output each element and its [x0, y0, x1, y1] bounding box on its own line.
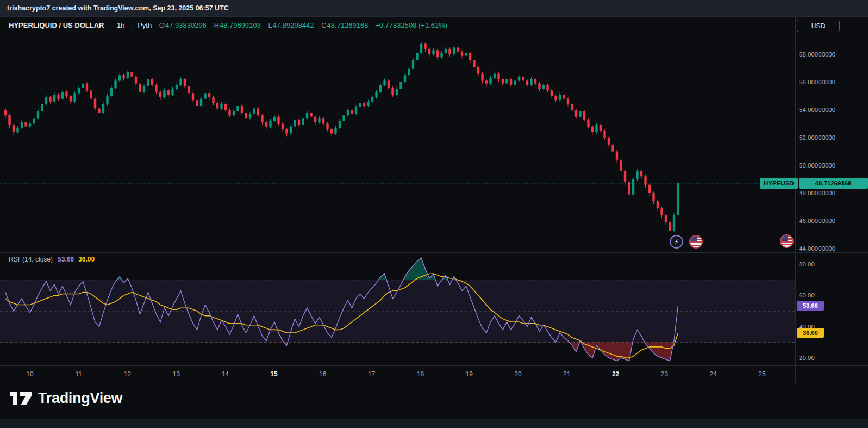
lightning-event-icon[interactable]: ⚡ — [670, 235, 683, 249]
tradingview-logo-mark-icon — [9, 388, 33, 408]
high-value: 48.79699103 — [220, 21, 261, 29]
attribution-text: trishacrypto7 created with TradingView.c… — [7, 4, 229, 12]
footer-strip — [0, 419, 868, 428]
time-label: 11 — [68, 370, 90, 378]
last-price-symbol: HYPEUSD — [760, 178, 798, 189]
symbol-title[interactable]: HYPERLIQUID / US DOLLAR — [9, 21, 104, 29]
rsi-title[interactable]: RSI — [9, 256, 20, 263]
topbar-divider — [0, 16, 868, 17]
price-scale-label: 52.00000000 — [799, 133, 835, 142]
time-label: 23 — [653, 370, 675, 378]
us-flag-event-icon[interactable] — [780, 234, 794, 248]
tradingview-logo-text: TradingView — [38, 390, 122, 407]
time-label: 21 — [556, 370, 578, 378]
tradingview-logo[interactable]: TradingView — [9, 388, 122, 408]
time-label: 25 — [751, 370, 773, 378]
time-label: 22 — [605, 370, 627, 378]
pane-divider[interactable] — [0, 252, 868, 253]
currency-toggle-button[interactable]: USD — [797, 20, 840, 32]
rsi-indicator-pane[interactable] — [0, 253, 795, 365]
time-axis-divider — [0, 365, 868, 366]
data-provider-label: Pyth — [138, 21, 152, 29]
rsi-scale-label: 80.00 — [799, 260, 815, 269]
attribution-bar: trishacrypto7 created with TradingView.c… — [0, 0, 868, 16]
price-scale-label: 48.00000000 — [799, 189, 835, 197]
low-value: 47.89298442 — [273, 21, 314, 29]
last-price-value: 48.71269168 — [799, 178, 868, 189]
rsi-ma-current-value: 36.00 — [78, 256, 95, 263]
time-label: 13 — [165, 370, 187, 378]
time-label: 24 — [702, 370, 724, 378]
price-scale-label: 50.00000000 — [799, 161, 835, 170]
tradingview-snapshot: trishacrypto7 created with TradingView.c… — [0, 0, 868, 428]
legend-separator: · — [130, 21, 132, 29]
open-label: O — [159, 21, 165, 29]
interval-label[interactable]: 1h — [117, 21, 124, 29]
low-label: L — [268, 21, 272, 29]
candlestick-pane[interactable] — [0, 16, 795, 253]
close-value: 48.71269168 — [327, 21, 369, 29]
price-scale-label: 44.00000000 — [799, 244, 835, 253]
price-scale-label: 56.00000000 — [799, 78, 835, 86]
price-axis-divider — [795, 16, 796, 383]
symbol-legend: HYPERLIQUID / US DOLLAR · 1h · Pyth O47.… — [9, 21, 447, 29]
legend-separator: · — [109, 21, 111, 29]
time-label: 12 — [117, 370, 139, 378]
time-label: 19 — [458, 370, 480, 378]
rsi-value-badge: 53.66 — [797, 301, 824, 311]
time-label: 15 — [263, 370, 285, 378]
time-label: 18 — [409, 370, 431, 378]
last-price-label: HYPEUSD 48.71269168 — [760, 178, 868, 189]
rsi-params: (14, close) — [22, 256, 53, 263]
high-label: H — [214, 21, 218, 29]
time-label: 17 — [361, 370, 383, 378]
price-scale-label: 46.00000000 — [799, 216, 835, 225]
close-label: C — [321, 21, 326, 29]
time-label: 16 — [312, 370, 334, 378]
price-scale-label: 54.00000000 — [799, 106, 835, 114]
rsi-legend: RSI(14, close)53.6636.00 — [9, 256, 95, 263]
open-value: 47.93830296 — [165, 21, 207, 29]
time-label: 14 — [214, 370, 236, 378]
rsi-ma-value-badge: 36.00 — [797, 328, 824, 338]
time-label: 20 — [507, 370, 529, 378]
price-scale-label: 58.00000000 — [799, 50, 835, 59]
time-label: 10 — [19, 370, 41, 378]
change-value: +0.77832508 (+1.62%) — [375, 21, 447, 29]
rsi-scale-label: 20.00 — [799, 353, 815, 362]
rsi-current-value: 53.66 — [58, 256, 74, 263]
rsi-scale-label: 60.00 — [799, 291, 815, 300]
us-flag-event-icon[interactable] — [689, 235, 703, 249]
